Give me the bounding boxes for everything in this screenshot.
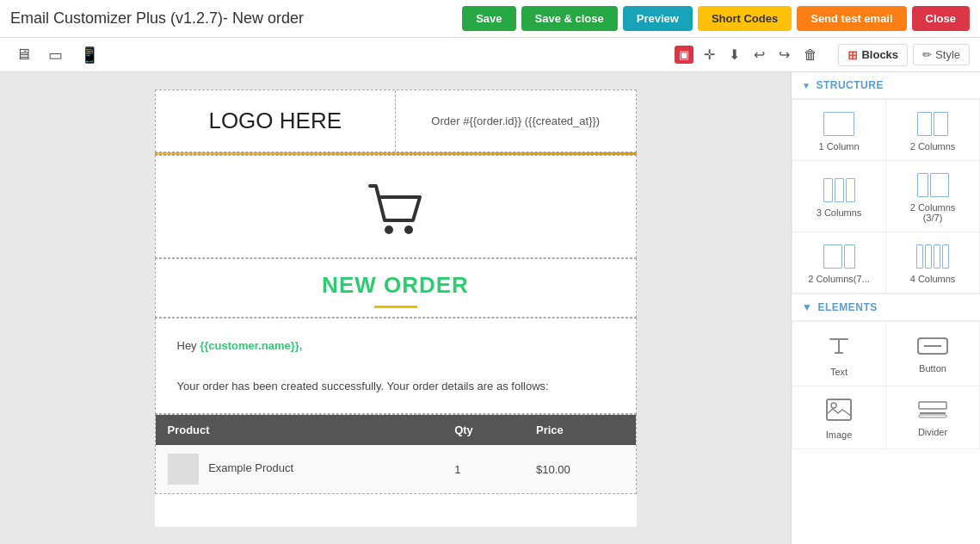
element-button[interactable]: Button: [886, 322, 979, 386]
order-table: Product Qty Price Example Product 1: [156, 415, 636, 493]
structure-grid: 1 Column 2 Columns 3 Columns: [792, 99, 980, 294]
download-icon[interactable]: ⬇: [725, 43, 743, 66]
devicebar: 🖥 ▭ 📱 ▣ ✛ ⬇ ↩ ↪ 🗑 ⊞ Blocks ✏ Style: [0, 38, 980, 72]
style-button[interactable]: ✏ Style: [913, 44, 970, 65]
undo-icon[interactable]: ↩: [750, 43, 768, 66]
blocks-style-bar: ⊞ Blocks ✏ Style: [838, 44, 970, 66]
save-button[interactable]: Save: [462, 6, 515, 31]
svg-point-1: [404, 226, 413, 234]
move-icon[interactable]: ✛: [700, 43, 718, 66]
image-svg: [826, 399, 852, 421]
divider-icon: [918, 401, 947, 422]
1col-icon: [823, 112, 854, 136]
table-row: Example Product 1 $10.00: [156, 445, 636, 493]
cell-price: $10.00: [524, 445, 635, 493]
select-icon[interactable]: ▣: [675, 46, 693, 64]
structure-2col[interactable]: 2 Columns: [886, 100, 979, 160]
right-sidebar: ▼ STRUCTURE 1 Column 2 Columns: [791, 72, 980, 544]
text-svg: [827, 334, 851, 358]
new-order-underline: [374, 306, 417, 308]
send-test-button[interactable]: Send test email: [797, 6, 906, 31]
cart-block[interactable]: [155, 155, 637, 258]
4col-label: 4 Columns: [910, 274, 956, 284]
2col37-label: 2 Columns(3/7): [910, 202, 956, 223]
elements-section-header[interactable]: ▼ ELEMENTS: [792, 294, 980, 321]
cart-svg: [366, 182, 426, 238]
logo-normal: HERE: [274, 108, 342, 133]
app-title: Email Customizer Plus (v1.2.7)- New orde…: [10, 9, 462, 28]
new-order-title: NEW ORDER: [173, 272, 619, 299]
svg-rect-4: [827, 399, 851, 420]
order-table-block[interactable]: Product Qty Price Example Product 1: [155, 414, 637, 494]
2col7-label: 2 Columns(7...: [808, 274, 870, 284]
blocks-button[interactable]: ⊞ Blocks: [838, 44, 908, 66]
structure-section-header[interactable]: ▼ STRUCTURE: [792, 72, 980, 99]
2col37-icon: [917, 173, 949, 197]
redo-icon[interactable]: ↪: [775, 43, 793, 66]
structure-2col37[interactable]: 2 Columns(3/7): [886, 161, 979, 232]
email-canvas[interactable]: LOGO HERE Order #{{order.id}} ({{created…: [0, 72, 791, 544]
divider-label: Divider: [918, 427, 947, 437]
svg-rect-6: [919, 402, 946, 409]
cell-qty: 1: [442, 445, 524, 493]
button-svg: [917, 337, 948, 355]
text-label: Text: [830, 367, 847, 377]
email-wrapper: LOGO HERE Order #{{order.id}} ({{created…: [155, 90, 637, 527]
svg-point-0: [385, 226, 393, 234]
structure-1col[interactable]: 1 Column: [792, 100, 885, 160]
2col7-icon: [823, 244, 855, 269]
element-image[interactable]: Image: [792, 386, 885, 448]
action-buttons: Save Save & close Preview Short Codes Se…: [462, 6, 970, 31]
order-info-text: Order #{{order.id}} ({{created_at}}): [431, 114, 600, 127]
elements-arrow-icon: ▼: [802, 301, 812, 313]
svg-rect-8: [919, 415, 946, 417]
3col-icon: [823, 178, 855, 202]
blocks-label: Blocks: [861, 48, 898, 61]
cart-icon: [173, 182, 619, 240]
structure-arrow-icon: ▼: [802, 81, 811, 90]
toolbar-icons: ▣ ✛ ⬇ ↩ ↪ 🗑: [675, 43, 821, 66]
col-qty: Qty: [442, 415, 524, 445]
desktop-icon[interactable]: 🖥: [10, 42, 36, 67]
elements-label: ELEMENTS: [817, 301, 877, 313]
message-line2: Your order has been created successfully…: [177, 376, 614, 396]
message-hey: Hey: [177, 339, 200, 352]
element-divider[interactable]: Divider: [886, 386, 979, 448]
col-price: Price: [524, 415, 635, 445]
logo-text: LOGO HERE: [208, 108, 342, 134]
pencil-icon: ✏: [922, 48, 932, 61]
3col-label: 3 Columns: [817, 207, 862, 218]
cell-product: Example Product: [156, 445, 443, 493]
logo-block[interactable]: LOGO HERE: [156, 90, 397, 151]
grid-icon: ⊞: [847, 48, 858, 62]
delete-icon[interactable]: 🗑: [800, 44, 821, 66]
logo-bold: LOGO: [208, 108, 273, 133]
structure-2col7[interactable]: 2 Columns(7...: [792, 232, 885, 293]
2col-label: 2 Columns: [910, 141, 956, 151]
image-label: Image: [826, 430, 853, 440]
4col-icon: [916, 244, 949, 269]
structure-3col[interactable]: 3 Columns: [792, 161, 885, 232]
order-info-block[interactable]: Order #{{order.id}} ({{created_at}}): [396, 90, 636, 151]
new-order-block[interactable]: NEW ORDER: [155, 258, 637, 318]
tablet-icon[interactable]: ▭: [43, 42, 68, 68]
main-layout: LOGO HERE Order #{{order.id}} ({{created…: [0, 72, 980, 544]
1col-label: 1 Column: [818, 141, 859, 151]
save-close-button[interactable]: Save & close: [521, 6, 618, 31]
text-icon: [827, 334, 851, 362]
close-button[interactable]: Close: [912, 6, 970, 31]
2col-icon: [917, 112, 948, 136]
element-text[interactable]: Text: [792, 322, 885, 386]
shortcodes-button[interactable]: Short Codes: [698, 6, 792, 31]
divider-svg: [918, 401, 947, 418]
header-block[interactable]: LOGO HERE Order #{{order.id}} ({{created…: [155, 90, 637, 152]
preview-button[interactable]: Preview: [623, 6, 693, 31]
message-customer-name: {{customer.name}},: [200, 339, 302, 352]
svg-point-5: [831, 403, 836, 408]
topbar: Email Customizer Plus (v1.2.7)- New orde…: [0, 0, 980, 38]
message-block[interactable]: Hey {{customer.name}}, Your order has be…: [155, 318, 637, 414]
structure-4col[interactable]: 4 Columns: [886, 232, 979, 293]
mobile-icon[interactable]: 📱: [75, 42, 104, 68]
col-product: Product: [156, 415, 443, 445]
button-label: Button: [919, 363, 946, 374]
